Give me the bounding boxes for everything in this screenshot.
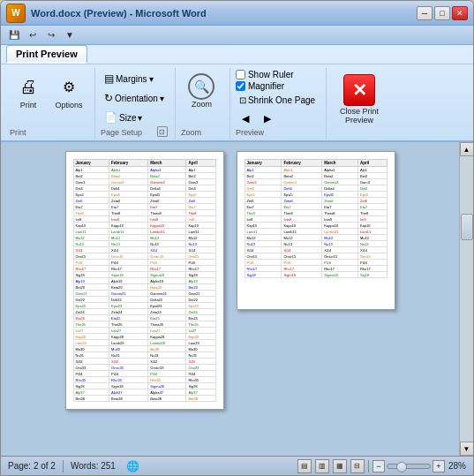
close-window-button[interactable]: ✕: [452, 6, 468, 20]
save-qat-button[interactable]: 💾: [6, 27, 22, 43]
table-cell: Omic15: [282, 253, 322, 260]
zoom-button[interactable]: 🔍 Zoom: [182, 70, 221, 112]
table-cell: Mu12: [245, 235, 282, 241]
scroll-down-button[interactable]: ▼: [460, 442, 474, 456]
orientation-icon: ↻: [104, 92, 113, 104]
page-setup-expand-button[interactable]: ⊡: [157, 126, 168, 137]
table-cell: Iota9: [148, 216, 186, 223]
table-cell: Del22: [73, 297, 109, 303]
table-cell: Iota27: [148, 328, 186, 334]
table-cell: Omi15: [358, 253, 387, 260]
view-reading-button[interactable]: ▦: [333, 459, 347, 473]
ribbon-tab-row: Print Preview: [1, 45, 473, 64]
table-cell: Delt22: [109, 297, 148, 303]
table-cell: Thet8: [109, 210, 148, 216]
table-cell: Del4: [186, 185, 215, 192]
table-cell: Xi14: [282, 247, 322, 253]
page-setup-label: Page Setup: [101, 128, 142, 137]
qat-dropdown-button[interactable]: ▼: [62, 27, 78, 43]
table-cell: Iot9: [358, 216, 387, 223]
options-button[interactable]: ⚙ Options: [50, 70, 87, 112]
table-cell: Alpha1: [148, 167, 186, 173]
ribbon-group-zoom: 🔍 Zoom Zoom: [177, 68, 230, 139]
table-cell: Kap28: [186, 334, 215, 340]
close-print-preview-button[interactable]: ✕ Close PrintPreview: [332, 70, 387, 129]
table-cell: Mu12: [282, 235, 322, 241]
view-normal-button[interactable]: ▤: [297, 459, 312, 473]
maximize-button[interactable]: □: [434, 6, 450, 20]
margins-button[interactable]: ▤ Margins ▾: [101, 70, 168, 87]
table-cell: Del4: [358, 185, 387, 192]
table-cell: Zeta24: [109, 309, 148, 315]
table-cell: Omicr33: [148, 365, 186, 371]
table-row: Del4Delt4Delta4Del4: [245, 185, 387, 192]
table-cell: Eps5: [186, 192, 215, 198]
view-web-button[interactable]: ⊟: [350, 459, 365, 473]
table-cell: Eta25: [109, 315, 148, 321]
table-cell: Pi34: [148, 371, 186, 377]
size-icon: 📄: [104, 111, 117, 124]
vertical-scrollbar[interactable]: ▲ ▼: [459, 142, 473, 456]
table-cell: Sig18: [358, 272, 387, 278]
table-cell: Iot9: [186, 216, 215, 223]
minimize-button[interactable]: ─: [417, 6, 433, 20]
document-scrollable[interactable]: January February March April Alp1Alph1Al…: [1, 142, 459, 456]
table-row: Kap28Kapp28Kappa28Kap28: [73, 334, 215, 340]
orientation-button[interactable]: ↻ Orientation ▾: [101, 89, 168, 107]
table-cell: Rho35: [186, 377, 215, 383]
tab-print-preview[interactable]: Print Preview: [6, 45, 87, 64]
print-button[interactable]: 🖨 Print: [10, 70, 47, 112]
scroll-up-button[interactable]: ▲: [460, 142, 474, 156]
table-cell: The26: [73, 321, 109, 328]
table-cell: Eta25: [148, 315, 186, 321]
next-page-button[interactable]: ▶: [258, 111, 277, 126]
table-cell: Delt4: [109, 185, 148, 192]
table-cell: Nu13: [186, 241, 215, 247]
table-row: Zet24Zeta24Zeta24Zet24: [73, 309, 215, 315]
table-cell: Sig36: [73, 383, 109, 389]
scroll-thumb[interactable]: [461, 214, 473, 240]
app-logo: W: [6, 4, 26, 23]
redo-qat-button[interactable]: ↪: [43, 27, 59, 43]
zoom-out-button[interactable]: −: [372, 460, 385, 472]
prev-page-button[interactable]: ◀: [236, 111, 255, 126]
shrink-one-page-button[interactable]: ⊡ Shrink One Page: [236, 93, 319, 108]
scroll-track[interactable]: [460, 156, 474, 442]
zoom-in-button[interactable]: +: [433, 460, 445, 472]
table-cell: Eta7: [322, 204, 358, 210]
table-row: Zet6Zeta6Zeta6Zet6: [73, 198, 215, 204]
table-cell: Zeta24: [148, 309, 186, 315]
size-button[interactable]: 📄 Size ▾: [101, 109, 168, 126]
table-row: Kap10Kapp10Kappa10Kap10: [245, 223, 387, 229]
table-cell: Sigm36: [109, 383, 148, 389]
table-cell: Beta2: [148, 173, 186, 179]
ribbon-content: 🖨 Print ⚙ Options Print: [1, 64, 473, 140]
table-cell: Mu30: [148, 346, 186, 352]
col-header: March: [148, 160, 186, 167]
table-row: Alp1Alph1Alpha1Alp1: [245, 167, 387, 173]
table-cell: Alpha19: [148, 278, 186, 284]
table-cell: Bet20: [186, 284, 215, 291]
table-cell: Kapp28: [109, 334, 148, 340]
table-cell: Beta2: [282, 173, 322, 179]
table-cell: Iota9: [282, 216, 322, 223]
table-cell: Beta20: [148, 284, 186, 291]
show-ruler-checkbox[interactable]: [236, 70, 245, 79]
zoom-handle[interactable]: [396, 462, 407, 472]
col-header: April: [186, 160, 215, 167]
zoom-track[interactable]: [387, 464, 431, 469]
language-icon[interactable]: 🌐: [126, 460, 139, 472]
preview-table-right: January February March April Alp1Alph1Al…: [245, 159, 387, 278]
zoom-label: Zoom: [192, 100, 212, 109]
table-cell: Nu31: [109, 352, 148, 359]
undo-qat-button[interactable]: ↩: [25, 27, 41, 43]
prev-icon: ◀: [242, 113, 249, 125]
table-row: Bet2Beta2Beta2Bet2: [73, 173, 215, 179]
options-icon: ⚙: [55, 72, 83, 101]
table-row: The8Thet8Theta8The8: [73, 210, 215, 216]
table-cell: Xi14: [186, 247, 215, 253]
window-controls: ─ □ ✕: [417, 6, 468, 20]
view-outline-button[interactable]: ▥: [315, 459, 329, 473]
magnifier-checkbox[interactable]: [236, 81, 245, 91]
table-cell: Eps5: [245, 192, 282, 198]
